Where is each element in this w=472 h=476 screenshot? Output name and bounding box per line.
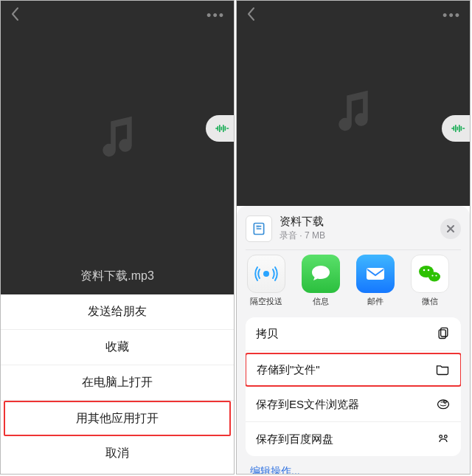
file-thumb-icon <box>246 215 272 242</box>
airdrop-icon <box>247 255 285 293</box>
baidu-icon <box>436 431 451 448</box>
svg-point-9 <box>435 275 437 276</box>
action-label: 保存到百度网盘 <box>256 432 333 446</box>
copy-icon <box>436 325 451 342</box>
svg-point-2 <box>263 271 269 277</box>
file-subline: 录音 · 7 MB <box>280 230 325 242</box>
file-meta: 资料下载 录音 · 7 MB <box>280 215 325 242</box>
action-label: 存储到"文件" <box>257 363 320 377</box>
media-dark-area: ••• <box>237 1 470 206</box>
app-mail[interactable]: 邮件 <box>355 255 396 307</box>
svg-point-12 <box>438 400 449 409</box>
mail-icon <box>356 255 395 293</box>
action-copy[interactable]: 拷贝 <box>246 317 461 351</box>
play-pill-button[interactable] <box>442 115 471 142</box>
share-header: 资料下载 录音 · 7 MB <box>246 213 461 249</box>
svg-point-8 <box>431 275 433 276</box>
share-sheet: 资料下载 录音 · 7 MB 隔空投送 <box>237 206 470 475</box>
action-sheet: 发送给朋友 收藏 在电脑上打开 用其他应用打开 取消 <box>1 294 234 470</box>
app-label: 邮件 <box>367 296 384 307</box>
svg-point-15 <box>445 435 448 438</box>
file-title: 资料下载 <box>280 215 325 229</box>
media-dark-area: ••• 资料下载.mp3 <box>1 1 234 294</box>
svg-rect-10 <box>441 328 448 337</box>
svg-rect-3 <box>367 268 384 280</box>
topbar: ••• <box>237 1 470 30</box>
action-save-to-es[interactable]: 保存到ES文件浏览器 <box>246 388 461 422</box>
es-icon <box>436 396 451 413</box>
music-note-icon <box>327 86 379 140</box>
file-name-label: 资料下载.mp3 <box>1 269 234 284</box>
app-messages[interactable]: 信息 <box>300 255 341 307</box>
music-note-icon <box>91 111 143 166</box>
svg-point-6 <box>423 269 426 272</box>
sheet-cancel[interactable]: 取消 <box>1 436 234 470</box>
screen-right: ••• 资料下载 录音 · 7 MB <box>236 0 471 475</box>
action-list: 拷贝 存储到"文件" 保存到ES文件浏览器 <box>246 317 461 456</box>
share-apps-row: 隔空投送 信息 邮件 <box>246 249 461 314</box>
sheet-send-to-friend[interactable]: 发送给朋友 <box>1 294 234 330</box>
svg-point-7 <box>428 269 430 272</box>
more-icon[interactable]: ••• <box>442 8 461 24</box>
back-icon[interactable] <box>10 7 20 24</box>
app-label: 信息 <box>313 296 329 307</box>
app-wechat[interactable]: 微信 <box>409 255 451 307</box>
app-label: 隔空投送 <box>250 296 282 307</box>
wechat-icon <box>411 255 449 293</box>
app-label: 微信 <box>422 296 438 307</box>
svg-rect-1 <box>256 225 259 228</box>
svg-point-5 <box>428 272 440 282</box>
edit-actions-link[interactable]: 编辑操作... <box>246 456 461 475</box>
action-label: 保存到ES文件浏览器 <box>256 398 359 412</box>
action-label: 拷贝 <box>256 327 278 341</box>
messages-icon <box>302 255 340 293</box>
more-icon[interactable]: ••• <box>206 8 225 24</box>
app-airdrop[interactable]: 隔空投送 <box>246 255 287 307</box>
sheet-favorite[interactable]: 收藏 <box>1 330 234 365</box>
svg-point-14 <box>440 435 442 438</box>
sheet-open-on-computer[interactable]: 在电脑上打开 <box>1 365 234 401</box>
action-save-to-baidu[interactable]: 保存到百度网盘 <box>246 422 461 456</box>
close-button[interactable] <box>440 218 461 239</box>
screen-left: ••• 资料下载.mp3 发送给朋友 收藏 在电脑上打开 用其他应用打开 取消 <box>0 0 235 475</box>
action-save-to-files[interactable]: 存储到"文件" <box>246 353 461 387</box>
play-pill-button[interactable] <box>206 115 235 142</box>
folder-icon <box>435 362 450 379</box>
back-icon[interactable] <box>246 7 256 24</box>
topbar: ••• <box>1 1 234 30</box>
svg-rect-11 <box>439 330 445 339</box>
sheet-open-with-other-app[interactable]: 用其他应用打开 <box>4 401 231 436</box>
